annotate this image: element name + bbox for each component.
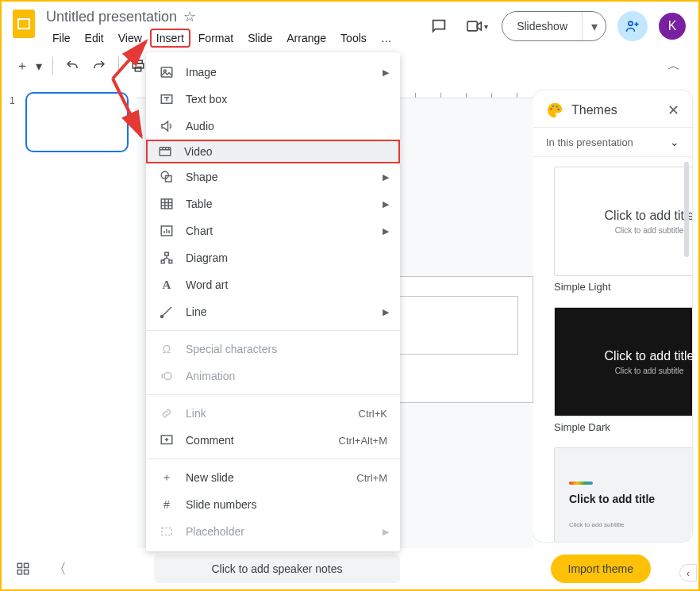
svg-rect-37 [169, 260, 172, 263]
menu-label: Slide numbers [186, 498, 257, 511]
menu-slide[interactable]: Slide [241, 29, 279, 48]
submenu-arrow-icon: ▶ [383, 67, 389, 78]
insert-slide-numbers[interactable]: # Slide numbers [146, 491, 400, 518]
insert-line[interactable]: Line ▶ [146, 298, 400, 325]
svg-rect-47 [162, 528, 171, 535]
svg-line-41 [162, 307, 171, 317]
insert-new-slide[interactable]: ＋ New slide Ctrl+M [146, 464, 400, 491]
insert-video[interactable]: Video [146, 140, 400, 163]
shortcut: Ctrl+M [356, 472, 387, 484]
svg-point-11 [552, 106, 555, 108]
menu-label: Link [186, 407, 206, 420]
textbox-icon [159, 91, 175, 107]
chart-icon [159, 223, 175, 239]
placeholder-icon [159, 524, 175, 539]
slide-number: 1 [10, 92, 19, 540]
svg-rect-52 [17, 570, 21, 574]
palette-icon [546, 102, 563, 119]
menu-tools[interactable]: Tools [334, 29, 373, 48]
accent-bar [569, 482, 593, 485]
chevron-down-icon[interactable]: ⌄ [670, 136, 679, 148]
insert-animation: Animation [146, 363, 400, 390]
menu-more[interactable]: … [375, 29, 398, 48]
themes-panel: Themes ✕ In this presentation ⌄ Click to… [533, 90, 692, 542]
slideshow-button[interactable]: Slideshow [502, 12, 582, 40]
theme-title-text: Click to add title [569, 493, 655, 505]
redo-button[interactable] [88, 55, 110, 77]
svg-rect-2 [19, 20, 29, 28]
theme-simple-light[interactable]: Click to add title Click to add subtitle [554, 167, 692, 276]
svg-rect-35 [165, 252, 169, 255]
svg-rect-3 [467, 21, 478, 31]
svg-rect-53 [25, 570, 29, 574]
separator [146, 459, 400, 459]
shortcut: Ctrl+Alt+M [339, 435, 387, 447]
import-theme-button[interactable]: Import theme [551, 555, 651, 583]
menu-label: Table [186, 198, 212, 210]
show-sidepanel-icon[interactable]: ‹ [679, 564, 697, 581]
line-icon [159, 304, 175, 320]
menu-view[interactable]: View [112, 29, 148, 48]
account-avatar[interactable]: K [659, 13, 686, 40]
theme-title-text: Click to add title [605, 209, 692, 223]
insert-table[interactable]: Table ▶ [146, 190, 400, 217]
shape-icon [159, 169, 175, 185]
slideshow-dropdown[interactable]: ▾ [582, 12, 606, 40]
themes-subtitle: In this presentation [546, 136, 633, 148]
image-icon [159, 64, 175, 80]
insert-comment[interactable]: Comment Ctrl+Alt+M [146, 427, 400, 454]
grid-view-icon[interactable] [16, 562, 30, 576]
omega-icon: Ω [159, 341, 175, 357]
menu-label: Placeholder [186, 525, 244, 538]
table-icon [159, 196, 175, 212]
theme-subtitle-text: Click to add subtitle [569, 521, 624, 528]
menu-file[interactable]: File [46, 29, 77, 48]
star-icon[interactable]: ☆ [183, 8, 196, 25]
menu-insert[interactable]: Insert [150, 29, 190, 48]
comments-icon[interactable] [425, 13, 452, 40]
meet-icon[interactable]: ▾ [463, 13, 490, 40]
share-button[interactable] [617, 11, 648, 41]
svg-point-12 [556, 106, 558, 108]
scrollbar[interactable] [684, 162, 689, 257]
menu-format[interactable]: Format [192, 29, 240, 48]
footer: 〈 Click to add speaker notes Import them… [2, 548, 698, 589]
close-icon[interactable]: ✕ [667, 102, 679, 119]
theme-title-text: Click to add title [605, 349, 692, 363]
slide-thumbnail[interactable] [25, 92, 129, 152]
svg-rect-26 [161, 199, 172, 209]
theme-simple-dark[interactable]: Click to add title Click to add subtitle [554, 307, 692, 416]
menu-label: Word art [186, 278, 228, 291]
new-slide-button[interactable]: ＋ [11, 55, 33, 77]
filmstrip: 1 [2, 84, 137, 548]
insert-textbox[interactable]: Text box [146, 86, 400, 113]
insert-shape[interactable]: Shape ▶ [146, 163, 400, 190]
slides-logo[interactable] [10, 10, 38, 38]
menu-edit[interactable]: Edit [79, 29, 110, 48]
header: Untitled presentation ☆ File Edit View I… [2, 2, 698, 48]
insert-diagram[interactable]: Diagram [146, 244, 400, 271]
separator [146, 394, 400, 395]
diagram-icon [159, 250, 175, 266]
speaker-notes-input[interactable]: Click to add speaker notes [154, 555, 400, 583]
menubar: File Edit View Insert Format Slide Arran… [46, 27, 398, 48]
menu-label: Text box [186, 93, 227, 106]
doc-title[interactable]: Untitled presentation [46, 9, 177, 25]
animation-icon [159, 368, 175, 384]
insert-image[interactable]: Image ▶ [146, 59, 400, 86]
theme-card-3[interactable]: Click to add title Click to add subtitle [554, 447, 692, 542]
svg-point-42 [161, 316, 163, 318]
insert-wordart[interactable]: A Word art [146, 271, 400, 298]
undo-button[interactable] [61, 55, 83, 77]
theme-subtitle-text: Click to add subtitle [615, 366, 684, 375]
collapse-toolbar-button[interactable]: ︿ [662, 54, 686, 78]
insert-audio[interactable]: Audio [146, 113, 400, 140]
svg-point-43 [164, 373, 171, 380]
menu-arrange[interactable]: Arrange [280, 29, 333, 48]
menu-label: Chart [186, 225, 213, 237]
chevron-left-icon[interactable]: 〈 [52, 559, 67, 578]
insert-chart[interactable]: Chart ▶ [146, 217, 400, 244]
svg-point-13 [557, 109, 560, 111]
theme-subtitle-text: Click to add subtitle [615, 226, 684, 235]
new-slide-dropdown[interactable]: ▾ [33, 55, 44, 77]
